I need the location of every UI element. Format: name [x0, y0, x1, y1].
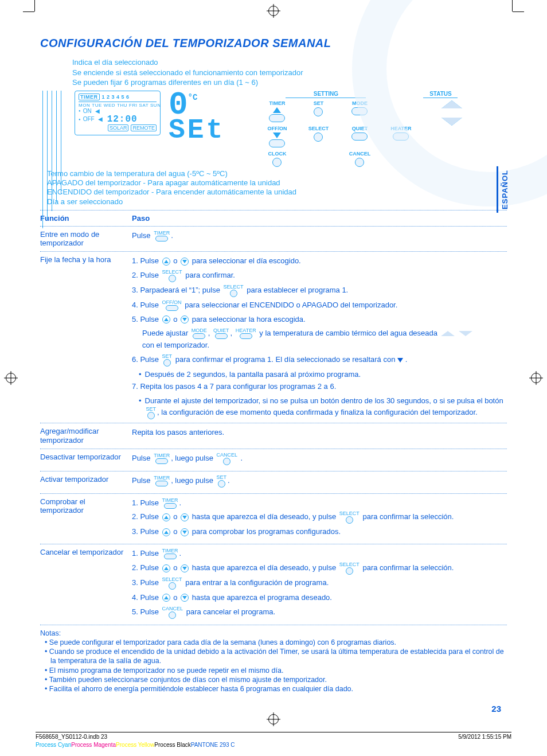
bullet-text: Durante el ajuste del temporizador, si n… — [145, 395, 507, 420]
down-icon — [181, 564, 189, 572]
up-icon — [162, 315, 170, 324]
down-icon — [181, 594, 189, 602]
footer-file: F568658_YS0112-0.indb 23 — [36, 734, 107, 740]
step-text: Repita los pasos anteriores. — [132, 427, 507, 439]
timer-button-icon: TIMER — [162, 498, 178, 509]
lcd-off-row: OFF ◀12:00 — [79, 114, 157, 124]
func-label: Fije la fecha y la hora — [40, 255, 132, 419]
btn-set[interactable]: SET — [300, 100, 336, 122]
crop-mark — [34, 0, 35, 11]
step-row: Fije la fecha y la hora 1. Pulse o para … — [40, 255, 507, 419]
crop-mark — [512, 0, 513, 11]
btn-quiet[interactable]: QUIET — [342, 126, 377, 147]
up-icon — [162, 594, 170, 602]
up-icon — [162, 513, 170, 521]
down-icon — [181, 528, 189, 536]
set-button-icon: SET — [216, 475, 226, 488]
btn-mode[interactable]: MODE — [342, 100, 377, 122]
note-item: El mismo programa de temporizador no se … — [50, 666, 507, 675]
lcd-clock: 12:00 — [107, 114, 138, 124]
set-button-icon: SET — [162, 354, 173, 367]
panel-down-icon[interactable] — [441, 118, 462, 126]
note-item: Facilita el ahorro de energía permitiénd… — [50, 684, 507, 693]
lcd-programs: 1 2 3 4 5 6 — [102, 94, 130, 100]
registration-mark — [268, 714, 279, 724]
diagram-block: Indica el día seleccionado Se enciende s… — [40, 58, 507, 206]
page-number: 23 — [491, 704, 501, 714]
panel-heading-status: STATUS — [423, 91, 458, 98]
legend-apagado: APAGADO del temporizador - Para apagar a… — [47, 178, 507, 188]
remote-panel: SETTING STATUS TIMER SET MODE OFF/ON SEL… — [259, 91, 507, 167]
timer-button-icon: TIMER — [154, 476, 170, 486]
lcd-big-set: SEt — [169, 115, 225, 146]
note-item: Cuando se produce el encendido de la uni… — [50, 647, 507, 666]
up-big-icon — [441, 331, 455, 336]
select-button-icon: SELECT — [339, 562, 360, 575]
notes-title: Notas: — [40, 629, 507, 638]
col-header-paso: Paso — [132, 214, 507, 223]
down-icon — [181, 258, 189, 266]
legend-termo: Termo cambio de la temperatura del agua … — [47, 169, 507, 178]
func-label: Agregar/modificar temporizador — [40, 427, 132, 445]
func-label: Comprobar el temporizador — [40, 497, 132, 541]
process-colors: Process CyanProcess MagentaProcess Yello… — [36, 742, 235, 748]
mode-button-icon: MODE — [192, 328, 207, 339]
timer-button-icon: TIMER — [154, 231, 170, 241]
offon-button-icon: OFF/ON — [162, 300, 182, 311]
legend-text: Se enciende si está seleccionado el func… — [72, 68, 507, 77]
step-row: Entre en modo de temporizador Pulse TIME… — [40, 230, 507, 248]
func-label: Desactivar temporizador — [40, 453, 132, 467]
panel-up-icon[interactable] — [441, 100, 462, 108]
func-label: Cancelar el temporizador — [40, 548, 132, 621]
down-icon — [181, 513, 189, 521]
btn-clock[interactable]: CLOCK — [259, 151, 295, 167]
select-button-icon: SELECT — [162, 577, 182, 590]
cancel-button-icon: CANCEL — [216, 453, 237, 465]
print-footer: F568658_YS0112-0.indb 23 5/9/2012 1:55:1… — [36, 732, 511, 740]
divider — [40, 210, 507, 211]
legend-encendido: ENCENDIDO del temporizador - Para encend… — [47, 188, 507, 197]
btn-timer[interactable]: TIMER — [259, 100, 295, 122]
up-icon — [162, 564, 170, 572]
heater-button-icon: HEATER — [236, 328, 256, 339]
quiet-button-icon: QUIET — [213, 328, 229, 339]
btn-heater[interactable]: HEATER — [383, 126, 419, 147]
timer-button-icon: TIMER — [162, 548, 178, 559]
registration-mark — [6, 373, 16, 383]
func-label: Activar temporizador — [40, 475, 132, 490]
language-tab: ESPAÑOL — [497, 166, 511, 213]
lcd-timer: TIMER — [79, 93, 100, 100]
lcd-days: MON TUE WED THU FRI SAT SUN — [79, 102, 157, 108]
down-big-icon — [459, 331, 472, 336]
btn-offon[interactable]: OFF/ON — [259, 126, 295, 147]
crop-mark — [513, 11, 524, 12]
select-button-icon: SELECT — [339, 511, 360, 524]
crop-mark — [23, 11, 34, 12]
btn-cancel[interactable]: CANCEL — [342, 151, 377, 167]
func-label: Entre en modo de temporizador — [40, 230, 132, 248]
select-button-icon: SELECT — [162, 270, 182, 282]
down-icon — [181, 315, 189, 324]
lcd-solar: SOLAR — [108, 124, 129, 131]
note-item: También pueden seleccionarse conjuntos d… — [50, 675, 507, 684]
footer-date: 5/9/2012 1:55:15 PM — [458, 734, 511, 740]
up-icon — [162, 258, 170, 266]
cancel-button-icon: CANCEL — [162, 606, 183, 619]
legend-dia: Día a ser seleccionado — [47, 197, 507, 206]
legend-text: Se pueden fijar 6 programas diferentes e… — [72, 78, 507, 87]
registration-mark — [268, 6, 279, 16]
bullet-text: Después de 2 segundos, la pantalla pasar… — [145, 369, 361, 381]
page-title: CONFIGURACIÓN DEL TEMPORIZADOR SEMANAL — [40, 37, 507, 50]
lcd-remote: REMOTE — [131, 124, 157, 131]
lcd-on-row: ON ◀ — [79, 108, 157, 114]
notes-block: Notas: Se puede configurar el temporizad… — [40, 629, 507, 694]
col-header-funcion: Función — [40, 214, 132, 223]
registration-mark — [531, 373, 541, 383]
up-icon — [162, 528, 170, 536]
timer-button-icon: TIMER — [154, 453, 170, 464]
note-item: Se puede configurar el temporizador para… — [50, 638, 507, 647]
lcd-display: TIMER 1 2 3 4 5 6 MON TUE WED THU FRI SA… — [75, 91, 161, 135]
btn-select[interactable]: SELECT — [300, 126, 336, 147]
set-button-icon: SET — [146, 407, 157, 419]
select-button-icon: SELECT — [224, 285, 244, 297]
